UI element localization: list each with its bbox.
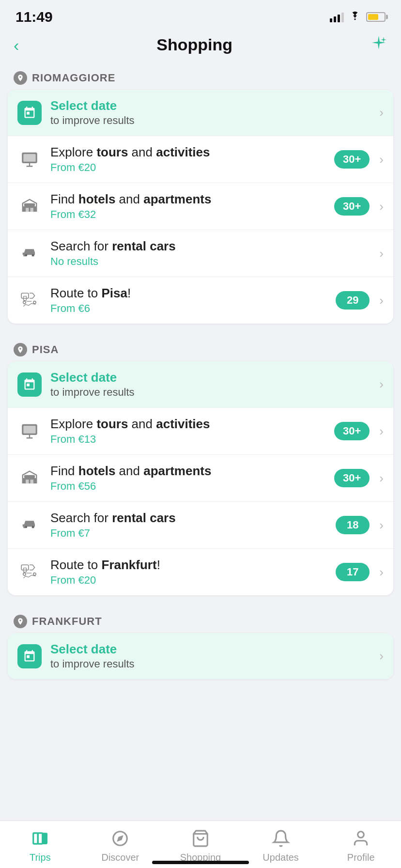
- nav-trips[interactable]: Trips: [0, 828, 80, 863]
- hotels-row-pisa[interactable]: Find hotels and apartments From €56 30+ …: [8, 454, 393, 501]
- hotels-row-riomaggiore[interactable]: Find hotels and apartments From €32 30+ …: [8, 183, 393, 230]
- profile-label: Profile: [347, 852, 375, 863]
- trips-label: Trips: [30, 852, 51, 863]
- svg-rect-1: [23, 154, 35, 162]
- location-pin-riomaggiore: [14, 71, 27, 85]
- section-header-frankfurt: FRANKFURT: [0, 607, 401, 633]
- calendar-icon: [17, 644, 42, 668]
- chevron-icon: ›: [379, 152, 384, 167]
- select-date-label: Select date: [50, 98, 374, 113]
- chevron-icon: ›: [379, 471, 384, 486]
- svg-rect-14: [26, 480, 29, 483]
- route-text-pisa: Route to Frankfurt! From €20: [50, 558, 336, 587]
- shopping-icon: [190, 828, 211, 849]
- chevron-icon: ›: [379, 649, 384, 664]
- route-badge-pisa: 17: [336, 563, 370, 581]
- svg-point-20: [23, 573, 26, 575]
- car-icon: [17, 513, 42, 537]
- route-row-riomaggiore[interactable]: Route to Pisa! From €6 29 ›: [8, 277, 393, 324]
- discover-label: Discover: [101, 852, 139, 863]
- tours-row-pisa[interactable]: Explore tours and activities From €13 30…: [8, 407, 393, 454]
- hotels-icon: [17, 466, 42, 490]
- trips-icon: [30, 828, 51, 849]
- status-time: 11:49: [15, 9, 53, 25]
- wifi-icon: [349, 10, 361, 24]
- cars-text-pisa: Search for rental cars From €7: [50, 511, 336, 540]
- chevron-icon: ›: [379, 293, 384, 308]
- section-frankfurt: FRANKFURT Select date to improve results…: [0, 607, 401, 679]
- cars-sub-pisa: From €7: [50, 527, 336, 540]
- hotels-title: Find hotels and apartments: [50, 192, 334, 207]
- nav-profile[interactable]: Profile: [321, 828, 401, 863]
- page-title: Shopping: [156, 35, 232, 54]
- route-sub-pisa: From €20: [50, 574, 336, 587]
- chevron-icon: ›: [379, 565, 384, 580]
- svg-rect-3: [26, 208, 29, 212]
- svg-rect-23: [38, 833, 43, 844]
- section-name-frankfurt: FRANKFURT: [32, 615, 102, 628]
- svg-point-10: [33, 301, 36, 304]
- select-date-text-pisa: Select date to improve results: [50, 370, 374, 399]
- route-icon: [17, 560, 42, 584]
- svg-rect-12: [23, 426, 35, 434]
- svg-point-17: [32, 526, 34, 528]
- home-indicator: [152, 861, 249, 864]
- svg-rect-2: [24, 203, 35, 206]
- status-icons: [330, 10, 386, 24]
- select-date-pisa[interactable]: Select date to improve results ›: [8, 361, 393, 407]
- signal-icon: [330, 12, 344, 22]
- route-row-pisa[interactable]: Route to Frankfurt! From €20 17 ›: [8, 548, 393, 595]
- cars-row-pisa[interactable]: Search for rental cars From €7 18 ›: [8, 501, 393, 548]
- select-date-riomaggiore[interactable]: Select date to improve results ›: [8, 90, 393, 136]
- hotels-text: Find hotels and apartments From €32: [50, 192, 334, 221]
- route-sub: From €6: [50, 302, 336, 315]
- tours-sub: From €20: [50, 161, 334, 174]
- battery-icon: [366, 12, 386, 22]
- nav-updates[interactable]: Updates: [241, 828, 321, 863]
- section-riomaggiore: RIOMAGGIORE Select date to improve resul…: [0, 63, 401, 324]
- svg-point-9: [23, 301, 26, 304]
- cards-riomaggiore: Select date to improve results › Explore…: [8, 90, 393, 324]
- tours-text-pisa: Explore tours and activities From €13: [50, 417, 334, 446]
- cars-text: Search for rental cars No results: [50, 239, 374, 268]
- location-pin-pisa: [14, 343, 27, 356]
- updates-icon: [270, 828, 292, 849]
- back-button[interactable]: ‹: [14, 37, 19, 53]
- svg-point-5: [25, 254, 28, 257]
- cards-frankfurt: Select date to improve results ›: [8, 633, 393, 679]
- svg-point-16: [25, 526, 28, 528]
- svg-rect-7: [21, 293, 29, 298]
- tours-icon: [17, 419, 42, 443]
- svg-rect-15: [31, 480, 33, 483]
- sparkle-icon[interactable]: [370, 35, 387, 55]
- tours-badge-pisa: 30+: [334, 422, 370, 440]
- main-content: RIOMAGGIORE Select date to improve resul…: [0, 63, 401, 757]
- nav-shopping[interactable]: Shopping: [160, 828, 241, 863]
- cars-row-riomaggiore[interactable]: Search for rental cars No results ›: [8, 230, 393, 277]
- section-pisa: PISA Select date to improve results ›: [0, 335, 401, 595]
- location-pin-frankfurt: [14, 615, 27, 628]
- route-text: Route to Pisa! From €6: [50, 286, 336, 315]
- route-badge: 29: [336, 291, 370, 310]
- chevron-icon: ›: [379, 377, 384, 392]
- discover-icon: [109, 828, 131, 849]
- calendar-icon: [17, 101, 42, 125]
- tours-text: Explore tours and activities From €20: [50, 145, 334, 174]
- chevron-icon: ›: [379, 199, 384, 214]
- hotels-text-pisa: Find hotels and apartments From €56: [50, 464, 334, 493]
- chevron-icon: ›: [379, 105, 384, 120]
- chevron-icon: ›: [379, 424, 384, 439]
- select-date-sub-frankfurt: to improve results: [50, 658, 374, 670]
- chevron-icon: ›: [379, 518, 384, 533]
- section-name-pisa: PISA: [32, 343, 59, 356]
- select-date-label-pisa: Select date: [50, 370, 374, 385]
- hotels-badge-pisa: 30+: [334, 469, 370, 487]
- svg-rect-24: [43, 833, 47, 844]
- select-date-frankfurt[interactable]: Select date to improve results ›: [8, 633, 393, 679]
- tours-row-riomaggiore[interactable]: Explore tours and activities From €20 30…: [8, 136, 393, 183]
- chevron-icon: ›: [379, 246, 384, 261]
- tours-title: Explore tours and activities: [50, 145, 334, 160]
- nav-discover[interactable]: Discover: [80, 828, 161, 863]
- profile-icon: [350, 828, 371, 849]
- tours-icon: [17, 147, 42, 171]
